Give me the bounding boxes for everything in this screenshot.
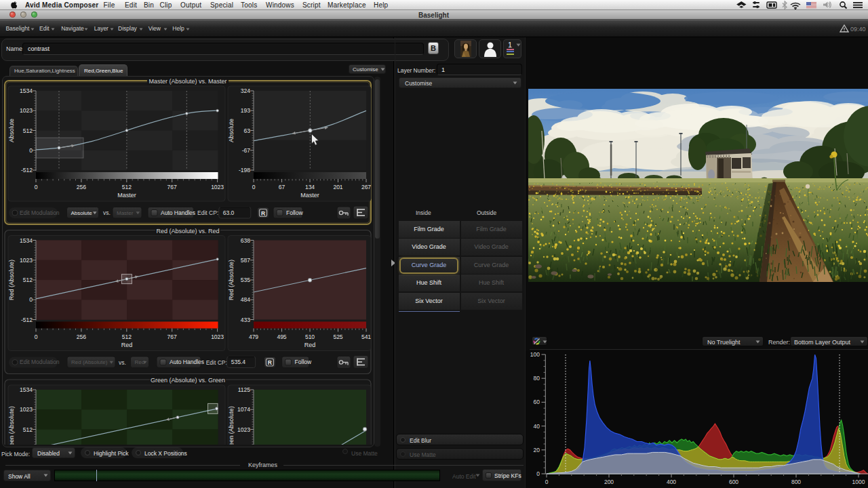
- svg-text:1023: 1023: [211, 184, 224, 190]
- svg-text:541: 541: [361, 333, 371, 340]
- svg-text:134: 134: [305, 184, 315, 190]
- svg-text:0: 0: [536, 470, 540, 477]
- svg-text:63: 63: [244, 127, 251, 134]
- svg-text:R: R: [261, 210, 265, 217]
- svg-text:-67: -67: [242, 147, 251, 154]
- svg-text:512: 512: [23, 127, 33, 134]
- svg-text:512: 512: [122, 333, 132, 340]
- svg-text:-512: -512: [21, 167, 33, 174]
- svg-text:Absolute: Absolute: [8, 119, 15, 142]
- svg-text:433: 433: [241, 317, 250, 323]
- svg-text:267: 267: [361, 184, 371, 190]
- svg-text:Master (Absolute) vs. Master: Master (Absolute) vs. Master: [149, 78, 226, 85]
- svg-text:Master: Master: [300, 192, 319, 199]
- svg-text:201: 201: [333, 184, 342, 190]
- svg-text:800: 800: [791, 479, 801, 485]
- svg-text:Red: Red: [121, 342, 133, 348]
- svg-text:67: 67: [279, 184, 285, 190]
- svg-text:1074: 1074: [237, 406, 250, 413]
- svg-text:Red: Red: [304, 342, 316, 348]
- svg-text:80: 80: [534, 375, 540, 382]
- svg-text:1000: 1000: [852, 479, 865, 485]
- svg-text:1125: 1125: [238, 386, 251, 393]
- svg-text:0: 0: [29, 296, 33, 303]
- svg-text:Absolute: Absolute: [71, 210, 93, 216]
- svg-text:200: 200: [604, 479, 614, 485]
- svg-text:Edit Modulation: Edit Modulation: [20, 209, 60, 216]
- svg-text:1534: 1534: [20, 87, 33, 94]
- svg-text:0: 0: [252, 184, 256, 190]
- svg-text:Green (Absolute) vs. Green: Green (Absolute) vs. Green: [151, 377, 225, 384]
- svg-text:512: 512: [23, 426, 33, 433]
- svg-text:0: 0: [545, 479, 549, 485]
- svg-text:1534: 1534: [20, 386, 33, 393]
- svg-text:40: 40: [534, 423, 540, 430]
- svg-text:1023: 1023: [20, 406, 33, 413]
- svg-text:484: 484: [241, 296, 250, 303]
- svg-text:Green (Absolute): Green (Absolute): [8, 406, 15, 445]
- svg-text:Follow: Follow: [295, 359, 312, 365]
- svg-text:Follow: Follow: [286, 209, 303, 216]
- svg-text:600: 600: [729, 479, 738, 485]
- svg-text:Red (Absolute) vs. Red: Red (Absolute) vs. Red: [156, 228, 219, 235]
- svg-text:Auto Handles: Auto Handles: [161, 209, 195, 216]
- svg-text:20: 20: [534, 447, 540, 453]
- svg-text:Auto Handles: Auto Handles: [170, 359, 204, 365]
- svg-text:512: 512: [23, 277, 33, 283]
- svg-text:Edit Modulation: Edit Modulation: [20, 359, 60, 365]
- svg-text:Red (Absolute): Red (Absolute): [8, 260, 15, 300]
- svg-text:Edit CP:: Edit CP:: [197, 209, 218, 216]
- svg-text:525: 525: [333, 333, 342, 340]
- svg-text:400: 400: [667, 479, 676, 485]
- svg-text:Red (Absolute): Red (Absolute): [71, 359, 108, 365]
- svg-text:479: 479: [249, 333, 258, 340]
- svg-text:Red (Absolute): Red (Absolute): [228, 260, 235, 300]
- svg-text:1023: 1023: [237, 426, 250, 433]
- svg-text:0: 0: [35, 333, 38, 340]
- svg-text:-198: -198: [239, 167, 250, 174]
- svg-text:256: 256: [77, 184, 86, 190]
- svg-text:0: 0: [35, 184, 38, 190]
- svg-text:60: 60: [534, 399, 540, 405]
- svg-text:495: 495: [277, 333, 286, 340]
- svg-text:1023: 1023: [211, 333, 224, 340]
- svg-text:Master: Master: [117, 192, 136, 199]
- svg-text:-512: -512: [21, 317, 33, 323]
- svg-text:587: 587: [241, 257, 250, 264]
- svg-text:vs.: vs.: [103, 209, 111, 216]
- svg-text:510: 510: [305, 333, 315, 340]
- svg-text:63.0: 63.0: [223, 209, 235, 216]
- svg-text:Absolute: Absolute: [228, 119, 235, 142]
- svg-text:Edit CP:: Edit CP:: [206, 359, 227, 366]
- svg-text:256: 256: [77, 333, 86, 340]
- svg-text:535: 535: [241, 277, 250, 283]
- svg-text:324: 324: [241, 87, 250, 94]
- svg-text:767: 767: [167, 333, 177, 340]
- svg-text:638: 638: [241, 237, 250, 244]
- svg-text:0: 0: [29, 147, 33, 154]
- svg-text:535.4: 535.4: [231, 359, 246, 365]
- svg-text:Green (Absolute): Green (Absolute): [228, 406, 235, 445]
- svg-text:100: 100: [530, 351, 540, 358]
- svg-text:vs.: vs.: [119, 359, 126, 366]
- svg-text:193: 193: [241, 107, 250, 114]
- svg-text:1534: 1534: [20, 237, 33, 244]
- svg-text:R: R: [268, 359, 272, 366]
- svg-text:Master: Master: [117, 210, 134, 216]
- svg-text:767: 767: [167, 184, 177, 190]
- svg-text:512: 512: [122, 184, 132, 190]
- svg-text:1023: 1023: [20, 107, 33, 114]
- svg-text:1023: 1023: [20, 257, 33, 264]
- svg-text:Red: Red: [135, 359, 145, 365]
